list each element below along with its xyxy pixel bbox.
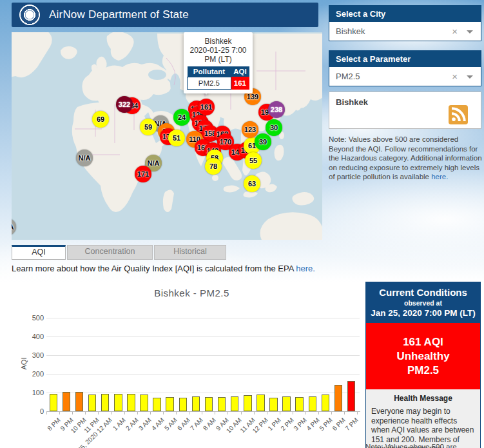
select-parameter-header: Select a Parameter xyxy=(329,51,481,67)
chart-x-tick xyxy=(357,411,358,414)
parameter-clear-icon[interactable]: × xyxy=(452,67,458,86)
tab-historical[interactable]: Historical xyxy=(154,245,226,260)
chart-bar[interactable] xyxy=(192,396,200,411)
state-department-seal-icon xyxy=(19,5,40,25)
map-marker[interactable]: 238 xyxy=(268,101,285,118)
chart-x-tick xyxy=(254,411,255,414)
chart-x-tick xyxy=(46,411,47,414)
chart-bar[interactable] xyxy=(88,394,97,411)
chart-bar[interactable] xyxy=(295,397,304,411)
aqi-category: Unhealthy xyxy=(366,349,480,364)
map-marker[interactable]: 78 xyxy=(205,158,222,175)
map-marker[interactable]: 123 xyxy=(242,121,258,138)
chart-title: Bishkek - PM2.5 xyxy=(19,287,364,298)
popup-pollutant-value: PM2.5 xyxy=(188,77,231,90)
chart-bar[interactable] xyxy=(127,394,135,411)
rss-icon[interactable] xyxy=(449,105,468,124)
current-conditions-header: Current Conditions observed at Jan 25, 2… xyxy=(366,282,480,323)
chart-y-tick-label: 0 xyxy=(22,407,44,415)
chart-x-tick xyxy=(163,411,164,414)
health-message-block: Health Message Everyone may begin to exp… xyxy=(366,389,480,448)
map-marker[interactable]: 30 xyxy=(266,119,282,136)
chart-bar[interactable] xyxy=(347,381,356,411)
chart-gridline xyxy=(46,374,360,375)
bottom-note: Note: Values above 500 are considered Be… xyxy=(365,443,483,448)
chart-bar[interactable] xyxy=(63,392,71,411)
app-title: AirNow Department of State xyxy=(49,8,189,21)
popup-city: Bishkek xyxy=(187,37,249,46)
chart-x-tick xyxy=(241,411,242,414)
chart-y-axis-title: AQI xyxy=(20,358,28,370)
chart-x-tick xyxy=(176,411,177,414)
chart-gridline xyxy=(46,336,360,337)
chart-bar[interactable] xyxy=(153,398,161,411)
chart-x-tick xyxy=(189,411,189,414)
chart-x-tick xyxy=(331,411,332,414)
chart-x-tick xyxy=(215,411,215,414)
map-marker[interactable]: 63 xyxy=(244,175,260,192)
chart-bar[interactable] xyxy=(50,394,58,411)
chart-bar[interactable] xyxy=(309,396,317,411)
map-marker[interactable]: 55 xyxy=(245,152,262,169)
aqi-value: 161 AQI xyxy=(366,335,480,349)
chart-bar[interactable] xyxy=(244,395,252,411)
map-marker[interactable]: 161 xyxy=(198,99,215,115)
chart-x-tick xyxy=(98,411,99,414)
popup-aqi-value: 161 xyxy=(231,77,249,90)
city-select[interactable]: Bishkek × xyxy=(329,22,481,41)
map-marker[interactable]: 24 xyxy=(173,109,190,126)
aqi-world-map[interactable]: 13432269N/A59801785124165126161177158162… xyxy=(12,32,322,240)
chart-x-tick xyxy=(293,411,293,414)
chart-bar[interactable] xyxy=(140,394,148,411)
observed-at-value: Jan 25, 2020 7:00 PM (LT) xyxy=(369,308,478,318)
popup-table: Pollutant AQI PM2.5 161 xyxy=(187,66,249,90)
chart-gridline xyxy=(46,318,360,318)
map-marker[interactable]: 171 xyxy=(135,166,151,182)
city-chevron-down-icon[interactable] xyxy=(467,30,473,34)
chart-x-tick xyxy=(202,411,202,414)
sidebar-note-text: Note: Values above 500 are considered Be… xyxy=(329,135,482,180)
map-marker[interactable]: 59 xyxy=(140,119,157,135)
chart-bar[interactable] xyxy=(218,397,226,411)
map-marker[interactable]: 322 xyxy=(116,96,133,113)
chart-bar[interactable] xyxy=(101,394,110,411)
map-marker[interactable]: 69 xyxy=(92,111,109,128)
chart-bar[interactable] xyxy=(334,385,343,411)
city-feed-box: Bishkek xyxy=(329,92,481,129)
chart-x-tick xyxy=(85,411,86,414)
chart-bar[interactable] xyxy=(231,396,239,411)
chart-x-tick xyxy=(137,411,138,414)
chart-bar[interactable] xyxy=(269,398,278,411)
tab-concentration[interactable]: Concentration xyxy=(67,245,153,260)
city-clear-icon[interactable]: × xyxy=(452,22,458,41)
aqi-bar-chart: Bishkek - PM2.5 AQI 01002003004005008 PM… xyxy=(19,282,364,448)
sidebar-note: Note: Values above 500 are considered Be… xyxy=(329,135,484,182)
chart-bar[interactable] xyxy=(179,398,188,411)
map-marker[interactable]: N/A xyxy=(76,150,93,166)
chart-bar[interactable] xyxy=(257,394,265,411)
chart-y-tick-label: 400 xyxy=(22,333,44,340)
tab-aqi[interactable]: AQI xyxy=(12,245,66,260)
map-marker[interactable]: 51 xyxy=(168,130,185,146)
chart-bar[interactable] xyxy=(282,396,291,411)
parameter-select-value: PM2.5 xyxy=(336,72,360,81)
chart-bar[interactable] xyxy=(205,397,213,411)
map-marker[interactable]: 39 xyxy=(255,133,271,150)
chart-x-tick xyxy=(280,411,280,414)
chart-bar[interactable] xyxy=(322,394,330,411)
parameter-select[interactable]: PM2.5 × xyxy=(329,67,481,86)
chart-bar[interactable] xyxy=(114,394,122,411)
learn-more-link[interactable]: here. xyxy=(296,264,315,273)
parameter-chevron-down-icon[interactable] xyxy=(467,75,473,79)
sidebar-note-link[interactable]: here. xyxy=(431,173,448,180)
chart-gridline xyxy=(46,355,360,356)
city-select-value: Bishkek xyxy=(336,26,365,36)
app-header: AirNow Department of State xyxy=(12,3,318,27)
chart-bar[interactable] xyxy=(75,392,84,411)
chart-x-tick xyxy=(305,411,306,414)
chart-x-axis xyxy=(46,411,360,412)
chart-x-tick xyxy=(227,411,228,414)
view-tabs: AQI Concentration Historical xyxy=(12,245,227,260)
chart-y-tick-label: 200 xyxy=(22,370,44,378)
chart-bar[interactable] xyxy=(166,397,174,411)
